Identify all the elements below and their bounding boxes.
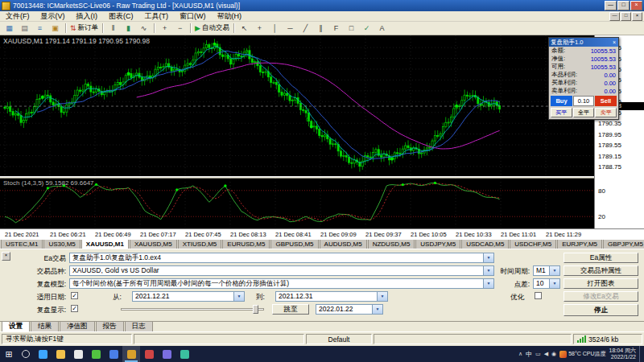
channel-button[interactable]: ∥ [314,23,328,34]
symbol-tab-xauusd-m5[interactable]: XAUUSD,M5 [130,239,177,249]
taskbar-app-mt4-button[interactable] [122,346,140,362]
visual-mode-checkbox[interactable]: ✓ [71,305,78,312]
modify-ea-button[interactable]: 修改Ea交易 [564,291,638,302]
window-maximize-button[interactable]: □ [617,1,630,10]
fibonacci-button[interactable]: F [329,23,343,34]
window-close-button[interactable]: × [630,1,642,10]
symbol-tab-audusd-m5[interactable]: AUDUSD,M5 [320,239,367,249]
status-profile[interactable]: Default [306,334,372,344]
symbol-tab-usdchf-m5[interactable]: USDCHF,M5 [510,239,556,249]
menu-item-5[interactable]: 工具(T) [139,11,175,21]
menu-item-2[interactable]: 显示(V) [35,11,71,21]
arrows-button[interactable]: ✓ [360,23,374,34]
trendline-button[interactable]: ╱ [299,23,312,34]
skip-date-select[interactable]: 2022.01.22 ▼ [316,304,383,315]
ime-indicator[interactable]: 中 [526,350,532,359]
tray-network-icon[interactable]: ◉ [551,351,556,357]
panel-close-icon[interactable]: × [612,39,617,46]
menu-item-7[interactable]: 帮助(H) [212,11,248,21]
chart-close-button[interactable]: × [632,12,642,21]
chart-restore-button[interactable]: □ [621,12,631,21]
symbol-select[interactable]: XAUUSD, Gold vs US Dollar ▼ [69,265,494,276]
symbol-tab-us30-m5[interactable]: US30,M5 [43,239,80,249]
stop-button[interactable]: 停止 [564,304,638,316]
symbol-tab-eurusd-m5[interactable]: EURUSD,M5 [222,239,270,249]
toolbar-separator [102,23,103,33]
symbol-tab-gbpjpy-m5[interactable]: GBPJPY,M5 [603,239,644,249]
menu-item-1[interactable]: 文件(F) [0,11,35,21]
sell-button[interactable]: Sell [595,96,617,106]
auto-trading-button[interactable]: ▶自动交易 [194,23,230,34]
main-chart[interactable]: 6 [0,35,594,176]
to-date-select[interactable]: 2021.12.31 ▼ [275,291,388,302]
taskbar-app-button[interactable] [105,346,122,362]
bar-chart-button[interactable]: ‖ [106,23,120,34]
time-axis[interactable]: 21 Dec 202121 Dec 06:2121 Dec 06:4921 De… [0,228,644,239]
close-buy-button[interactable]: 买平 [551,108,572,117]
taskbar-app-button[interactable] [69,346,87,362]
cpu-temp-widget[interactable]: 58°C CPU温度 [559,350,605,358]
taskbar-app-button[interactable] [140,346,158,362]
symbol-tab-usdcad-m5[interactable]: USDCAD,M5 [461,239,509,249]
tray-volume-icon[interactable]: ◀ [544,351,548,357]
buy-button[interactable]: Buy [551,96,572,106]
ea-select[interactable]: 复盘助手1.0\复盘助手1.0.ex4 ▼ [69,253,494,263]
open-chart-button[interactable]: 打开图表 [564,278,638,289]
model-select[interactable]: 每个时间价格(基于所有可用周期最小时间的每一个价格的分形插值计算) ▼ [69,278,494,289]
menu-item-3[interactable]: 插入(I) [71,11,104,21]
close-all-button[interactable]: 全平 [573,108,595,117]
line-chart-button[interactable]: ∿ [137,23,151,34]
vertical-line-button[interactable]: │ [268,23,282,34]
tray-message-icon[interactable]: ▭ [535,351,541,357]
close-sell-button[interactable]: 卖平 [595,108,617,117]
data-window-button[interactable]: ▤ [18,23,31,34]
spread-select[interactable]: 10 ▼ [533,278,560,289]
taskbar-app-button[interactable] [87,346,105,362]
menu-item-4[interactable]: 图表(C) [103,11,139,21]
show-desktop-button[interactable] [639,346,643,362]
speed-slider-thumb[interactable] [253,305,258,314]
candle-chart-button[interactable]: ▮ [122,23,135,34]
line-chart-icon: ∿ [141,23,147,34]
speed-slider[interactable] [121,308,264,311]
search-icon[interactable] [18,350,34,358]
symbol-tab-usdjpy-m5[interactable]: USDJPY,M5 [415,239,460,249]
clock[interactable]: 18:04 周六 2022/1/22 [609,348,636,361]
shapes-button[interactable]: □ [345,23,358,34]
start-button[interactable]: ⊞ [0,349,18,360]
zoom-in-button[interactable]: + [158,23,171,34]
window-minimize-button[interactable]: — [605,1,617,10]
crosshair-button[interactable]: + [253,23,266,34]
taskbar-app-button[interactable] [34,346,52,362]
zoom-out-button[interactable]: − [173,23,187,34]
symbol-tab-xtiusd-m5[interactable]: XTIUSD,M5 [178,239,222,249]
from-date-select[interactable]: 2021.12.21 ▼ [132,291,245,302]
symbol-tab-nzdusd-m5[interactable]: NZDUSD,M5 [368,239,415,249]
period-select[interactable]: M1 ▼ [533,265,560,276]
menu-item-6[interactable]: 窗口(W) [174,11,212,21]
cursor-button[interactable]: ↖ [237,23,251,34]
text-button[interactable]: A [375,23,389,34]
optimize-checkbox[interactable] [535,292,542,299]
taskbar-app-button[interactable] [175,346,193,362]
symbol-tab-gbpusd-m5[interactable]: GBPUSD,M5 [270,239,318,249]
terminal-button[interactable]: ▣ [48,23,62,34]
taskbar-app-button[interactable] [52,346,69,362]
panel-title-bar[interactable]: 复盘助手1.0 × [549,38,618,47]
new-order-button[interactable]: ⇅新订单 [69,23,99,34]
symbol-tab-ustec-m1[interactable]: USTEC,M1 [1,239,43,249]
symbol-tab-xauusd-m1[interactable]: XAUUSD,M1 [81,239,129,249]
symbol-properties-button[interactable]: 交易品种属性 [564,265,638,276]
use-date-checkbox[interactable]: ✓ [71,292,78,299]
lot-size-input[interactable] [573,96,594,106]
horizontal-line-button[interactable]: ─ [283,23,297,34]
mt4-window: 70013448: ICMarketsSC-Live06 - Raw Tradi… [0,0,644,362]
chart-minimize-button[interactable]: — [609,12,620,21]
skip-to-button[interactable]: 跳至 [272,304,309,315]
navigator-button[interactable]: ≡ [33,23,47,34]
tray-expand-icon[interactable]: ∧ [518,351,522,357]
taskbar-app-button[interactable] [158,346,175,362]
market-watch-button[interactable]: ▦ [2,23,16,34]
symbol-tab-eurjpy-m5[interactable]: EURJPY,M5 [557,239,602,249]
ea-properties-button[interactable]: Ea属性 [564,253,638,263]
